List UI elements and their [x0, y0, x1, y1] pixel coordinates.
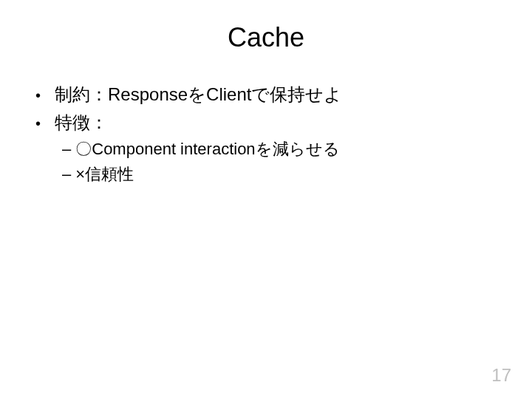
bullet-item: • 特徴： [35, 109, 502, 136]
sub-bullet-text: ×信頼性 [75, 163, 134, 186]
bullet-item: • 制約：ResponseをClientで保持せよ [35, 81, 502, 108]
bullet-text: 特徴： [55, 109, 108, 136]
dash-icon: – [62, 137, 71, 161]
bullet-dot-icon: • [35, 84, 46, 106]
page-number: 17 [491, 365, 511, 386]
slide-content: • 制約：ResponseをClientで保持せよ • 特徴： – 〇Compo… [30, 81, 502, 186]
dash-icon: – [62, 163, 71, 186]
sub-bullet-item: – ×信頼性 [35, 163, 502, 186]
sub-bullet-item: – 〇Component interactionを減らせる [35, 137, 502, 161]
slide: Cache • 制約：ResponseをClientで保持せよ • 特徴： – … [0, 0, 532, 399]
bullet-text: 制約：ResponseをClientで保持せよ [55, 81, 342, 108]
slide-title: Cache [30, 22, 502, 53]
sub-bullet-text: 〇Component interactionを減らせる [75, 137, 339, 161]
bullet-dot-icon: • [35, 112, 46, 134]
